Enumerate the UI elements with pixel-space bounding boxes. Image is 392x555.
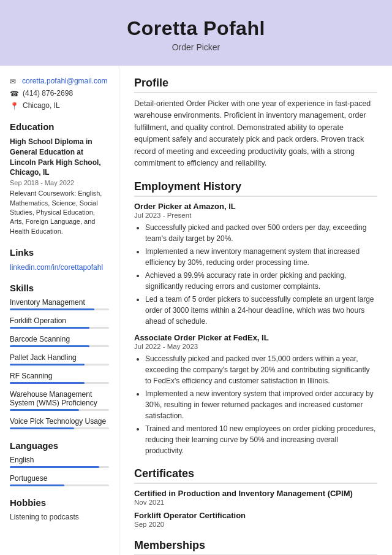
- language-item: English: [10, 456, 109, 468]
- skill-item: Voice Pick Technology Usage: [10, 417, 109, 429]
- cert-date: Nov 2021: [134, 499, 377, 506]
- skill-name: Inventory Management: [10, 298, 109, 307]
- main-layout: ✉ coretta.pofahl@gmail.com ☎ (414) 876-2…: [0, 66, 392, 555]
- skill-item: Barcode Scanning: [10, 335, 109, 347]
- phone-icon: ☎: [10, 90, 19, 98]
- languages-list: English Portuguese: [10, 456, 109, 486]
- profile-text: Detail-oriented Order Picker with one ye…: [134, 98, 377, 169]
- bullet-item: Trained and mentored 10 new employees on…: [145, 423, 377, 456]
- education-title: Education: [10, 121, 109, 132]
- employment-title: Employment History: [134, 180, 377, 197]
- skill-item: Forklift Operation: [10, 316, 109, 329]
- bullet-item: Successfully picked and packed over 15,0…: [145, 353, 377, 386]
- links-section: Links linkedin.com/in/corettapofahl: [10, 247, 109, 272]
- skill-name: Pallet Jack Handling: [10, 353, 109, 362]
- language-item: Portuguese: [10, 474, 109, 486]
- language-bar-fill: [10, 484, 64, 486]
- memberships-section: Memberships International Warehouse Logi…: [134, 539, 377, 555]
- cert-entry: Forklift Operator Certification Sep 2020: [134, 511, 377, 528]
- job-bullets: Successfully picked and packed over 15,0…: [134, 353, 377, 456]
- job-title: Associate Order Picker at FedEx, IL: [134, 333, 377, 342]
- skill-bar-fill: [10, 427, 74, 429]
- skill-bar-fill: [10, 327, 89, 329]
- education-section: Education High School Diploma in General…: [10, 121, 109, 236]
- skill-bar-fill: [10, 308, 94, 310]
- skill-bar-fill: [10, 382, 85, 384]
- skill-bar: [10, 427, 109, 429]
- job-bullets: Successfully picked and packed over 500 …: [134, 222, 377, 327]
- profile-section: Profile Detail-oriented Order Picker wit…: [134, 77, 377, 169]
- cert-entry: Certified in Production and Inventory Ma…: [134, 489, 377, 506]
- bullet-item: Achieved a 99.9% accuracy rate in order …: [145, 270, 377, 292]
- skill-name: Forklift Operation: [10, 316, 109, 325]
- skill-bar-fill: [10, 345, 89, 347]
- language-bar: [10, 484, 109, 486]
- sidebar: ✉ coretta.pofahl@gmail.com ☎ (414) 876-2…: [0, 66, 119, 555]
- job-title: Order Picker at Amazon, IL: [134, 202, 377, 211]
- skill-name: Barcode Scanning: [10, 335, 109, 343]
- skills-section: Skills Inventory Management Forklift Ope…: [10, 283, 109, 429]
- skills-list: Inventory Management Forklift Operation …: [10, 298, 109, 429]
- email-link[interactable]: coretta.pofahl@gmail.com: [22, 77, 108, 85]
- skill-item: Warehouse Management System (WMS) Profic…: [10, 390, 109, 411]
- job-entry: Associate Order Picker at FedEx, IL Jul …: [134, 333, 377, 456]
- language-name: English: [10, 456, 109, 464]
- skill-item: Pallet Jack Handling: [10, 353, 109, 366]
- linkedin-link-item: linkedin.com/in/corettapofahl: [10, 262, 109, 272]
- profile-title: Profile: [134, 77, 377, 93]
- languages-title: Languages: [10, 440, 109, 451]
- language-name: Portuguese: [10, 474, 109, 483]
- hobbies-section: Hobbies Listening to podcasts: [10, 497, 109, 521]
- memberships-title: Memberships: [134, 539, 377, 555]
- language-bar-fill: [10, 466, 99, 468]
- skill-bar: [10, 308, 109, 310]
- location-text: Chicago, IL: [23, 101, 60, 110]
- candidate-name: Coretta Pofahl: [12, 17, 380, 40]
- employment-section: Employment History Order Picker at Amazo…: [134, 180, 377, 456]
- phone-text: (414) 876-2698: [23, 89, 73, 98]
- skill-name: Voice Pick Technology Usage: [10, 417, 109, 426]
- skills-title: Skills: [10, 283, 109, 293]
- skill-name: RF Scanning: [10, 372, 109, 380]
- cert-name: Forklift Operator Certification: [134, 511, 377, 520]
- skill-item: RF Scanning: [10, 372, 109, 384]
- job-dates: Jul 2023 - Present: [134, 212, 377, 219]
- main-content: Profile Detail-oriented Order Picker wit…: [119, 66, 392, 555]
- cert-name: Certified in Production and Inventory Ma…: [134, 489, 377, 498]
- linkedin-link[interactable]: linkedin.com/in/corettapofahl: [10, 263, 103, 272]
- phone-item: ☎ (414) 876-2698: [10, 89, 109, 98]
- jobs-list: Order Picker at Amazon, IL Jul 2023 - Pr…: [134, 202, 377, 456]
- bullet-item: Successfully picked and packed over 500 …: [145, 222, 377, 244]
- bullet-item: Implemented a new inventory system that …: [145, 388, 377, 421]
- skill-bar: [10, 364, 109, 366]
- job-entry: Order Picker at Amazon, IL Jul 2023 - Pr…: [134, 202, 377, 327]
- candidate-title: Order Picker: [12, 42, 380, 52]
- email-icon: ✉: [10, 77, 18, 86]
- bullet-item: Implemented a new inventory management s…: [145, 246, 377, 268]
- bullet-item: Led a team of 5 order pickers to success…: [145, 294, 377, 327]
- contact-section: ✉ coretta.pofahl@gmail.com ☎ (414) 876-2…: [10, 77, 109, 110]
- email-item: ✉ coretta.pofahl@gmail.com: [10, 77, 109, 86]
- skill-bar: [10, 382, 109, 384]
- skill-name: Warehouse Management System (WMS) Profic…: [10, 390, 109, 407]
- cert-date: Sep 2020: [134, 521, 377, 528]
- location-icon: 📍: [10, 102, 19, 110]
- links-title: Links: [10, 247, 109, 258]
- language-bar: [10, 466, 109, 468]
- certificates-title: Certificates: [134, 467, 377, 484]
- skill-bar-fill: [10, 409, 79, 411]
- skill-item: Inventory Management: [10, 298, 109, 310]
- skill-bar: [10, 345, 109, 347]
- job-dates: Jul 2022 - May 2023: [134, 343, 377, 350]
- hobbies-text: Listening to podcasts: [10, 513, 109, 521]
- location-item: 📍 Chicago, IL: [10, 101, 109, 110]
- education-dates: Sep 2018 - May 2022: [10, 179, 109, 186]
- certs-list: Certified in Production and Inventory Ma…: [134, 489, 377, 528]
- skill-bar-fill: [10, 364, 85, 366]
- header: Coretta Pofahl Order Picker: [0, 0, 392, 66]
- education-coursework: Relevant Coursework: English, Mathematic…: [10, 189, 109, 236]
- languages-section: Languages English Portuguese: [10, 440, 109, 486]
- hobbies-title: Hobbies: [10, 497, 109, 508]
- certificates-section: Certificates Certified in Production and…: [134, 467, 377, 528]
- skill-bar: [10, 327, 109, 329]
